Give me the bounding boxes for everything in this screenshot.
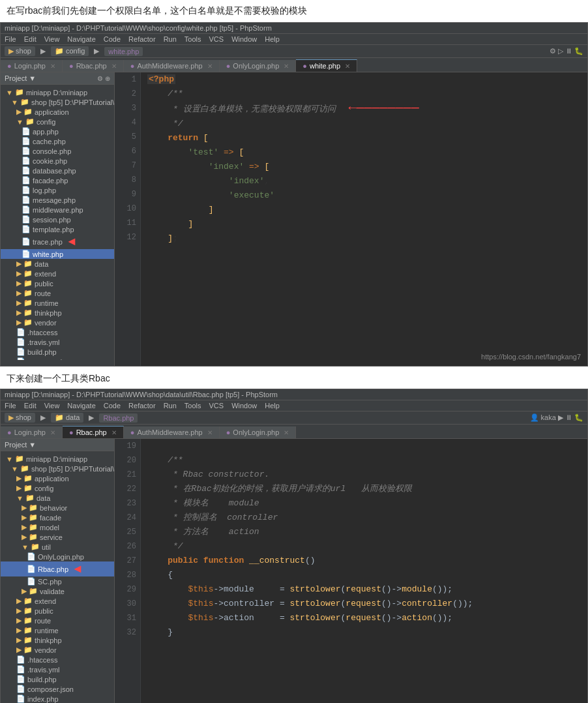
tree-template-php[interactable]: 📄 template.php — [1, 224, 114, 234]
tab-white-close[interactable]: ✕ — [345, 63, 350, 70]
ide1-menubar[interactable]: File Edit View Navigate Code Refactor Ru… — [1, 34, 587, 45]
tree2-miniapp[interactable]: ▼ 📁 miniapp D:\miniapp — [1, 454, 114, 464]
tree2-composer[interactable]: 📄 composer.json — [1, 684, 114, 694]
tab-rbacphp[interactable]: ● Rbac.php ✕ — [63, 60, 124, 72]
menu2-refactor[interactable]: Refactor — [128, 402, 156, 410]
tab-onlylogin[interactable]: ● OnlyLogin.php ✕ — [220, 60, 297, 72]
tree-log-php[interactable]: 📄 log.php — [1, 185, 114, 195]
tree2-htaccess[interactable]: 📄 .htaccess — [1, 655, 114, 665]
tree2-validate[interactable]: ▶ 📁 validate — [1, 586, 114, 596]
tree2-behavior[interactable]: ▶ 📁 behavior — [1, 503, 114, 513]
tree-trace-php[interactable]: 📄 trace.php ◄ — [1, 234, 114, 249]
toolbar-whitephp[interactable]: white.php — [104, 47, 143, 56]
tab-whitephp[interactable]: ● white.php ✕ — [296, 59, 357, 72]
menu-code[interactable]: Code — [104, 35, 121, 43]
tree-extend[interactable]: ▶ 📁 extend — [1, 269, 114, 278]
menu-run[interactable]: Run — [164, 35, 177, 43]
tree-config[interactable]: ▼ 📁 config — [1, 117, 114, 127]
tree-session-php[interactable]: 📄 session.php — [1, 215, 114, 224]
tree2-application[interactable]: ▶ 📁 application — [1, 473, 114, 483]
tree-console-php[interactable]: 📄 console.php — [1, 146, 114, 156]
toolbar2-rbacphp[interactable]: Rbac.php — [99, 413, 138, 423]
tab2-onlylogin[interactable]: ● OnlyLogin.php ✕ — [220, 426, 297, 438]
tab-auth-close[interactable]: ✕ — [207, 63, 213, 70]
tab2-rbacphp[interactable]: ● Rbac.php ✕ — [63, 426, 124, 438]
tree-composer-json[interactable]: 📄 composer.json — [1, 357, 114, 360]
tree2-facade[interactable]: ▶ 📁 facade — [1, 513, 114, 522]
tab2-login-close[interactable]: ✕ — [50, 429, 55, 436]
menu-file[interactable]: File — [5, 35, 16, 43]
tree2-build-php[interactable]: 📄 build.php — [1, 674, 114, 684]
menu2-run[interactable]: Run — [164, 402, 177, 410]
tree-thinkphp[interactable]: ▶ 📁 thinkphp — [1, 308, 114, 318]
menu2-help[interactable]: Help — [265, 402, 280, 410]
tab-loginphp-close[interactable]: ✕ — [50, 63, 55, 70]
menu2-window[interactable]: Window — [231, 402, 257, 410]
tree2-route[interactable]: ▶ 📁 route — [1, 616, 114, 625]
menu2-view[interactable]: View — [44, 402, 60, 410]
tab-onlylogin-close[interactable]: ✕ — [284, 63, 289, 70]
tree2-travis[interactable]: 📄 .travis.yml — [1, 665, 114, 674]
tab2-loginphp[interactable]: ● Login.php ✕ — [1, 426, 63, 438]
ide2-code[interactable]: 19 20 21 22 23 24 25 26 27 28 29 30 31 3… — [115, 439, 587, 703]
ide2-code-area[interactable]: /** * Rbac constructor. * 在Rbac初始化的时候，获取… — [141, 439, 587, 703]
tree2-config[interactable]: ▶ 📁 config — [1, 483, 114, 493]
menu-view[interactable]: View — [44, 35, 60, 43]
menu-edit[interactable]: Edit — [24, 35, 37, 43]
tree2-service[interactable]: ▶ 📁 service — [1, 532, 114, 542]
tree2-rbacphp[interactable]: 📄 Rbac.php ◄ — [1, 561, 114, 576]
tree2-extend[interactable]: ▶ 📁 extend — [1, 596, 114, 606]
tab-rbacphp-close[interactable]: ✕ — [111, 63, 117, 70]
tree-cache-php[interactable]: 📄 cache.php — [1, 136, 114, 146]
menu-window[interactable]: Window — [231, 35, 257, 43]
tree2-public[interactable]: ▶ 📁 public — [1, 606, 114, 616]
tab2-authmiddleware[interactable]: ● AuthMiddleware.php ✕ — [124, 426, 220, 438]
toolbar-config[interactable]: 📁 config — [51, 46, 89, 56]
toolbar-shop[interactable]: ▶ shop — [5, 46, 35, 56]
menu2-code[interactable]: Code — [104, 402, 121, 410]
menu-help[interactable]: Help — [265, 35, 280, 43]
tree2-model[interactable]: ▶ 📁 model — [1, 522, 114, 532]
menu2-vcs[interactable]: VCS — [209, 402, 224, 410]
tree-shop[interactable]: ▼ 📁 shop [tp5] D:\PHPTutorial\WWW\s — [1, 97, 114, 107]
tree2-shop[interactable]: ▼ 📁 shop [tp5] D:\PHPTutorial\WWW\ — [1, 464, 114, 473]
tree-white-php[interactable]: 📄 white.php — [1, 249, 114, 259]
tree-facade-php[interactable]: 📄 facade.php — [1, 175, 114, 185]
tree2-vendor[interactable]: ▶ 📁 vendor — [1, 645, 114, 655]
tree-travis[interactable]: 📄 .travis.yml — [1, 337, 114, 347]
tab2-auth-close[interactable]: ✕ — [207, 429, 213, 436]
tree2-runtime[interactable]: ▶ 📁 runtime — [1, 625, 114, 635]
tree-runtime[interactable]: ▶ 📁 runtime — [1, 298, 114, 308]
menu-tools[interactable]: Tools — [184, 35, 201, 43]
menu-navigate[interactable]: Navigate — [67, 35, 95, 43]
tab2-rbac-close[interactable]: ✕ — [111, 429, 117, 436]
menu2-navigate[interactable]: Navigate — [67, 402, 95, 410]
menu2-tools[interactable]: Tools — [184, 402, 201, 410]
tree2-data[interactable]: ▼ 📁 data — [1, 493, 114, 503]
tree-vendor[interactable]: ▶ 📁 vendor — [1, 318, 114, 327]
tree-database-php[interactable]: 📄 database.php — [1, 166, 114, 175]
tree2-scphp[interactable]: 📄 SC.php — [1, 576, 114, 586]
toolbar2-shop[interactable]: ▶ shop — [5, 413, 35, 423]
tab-authmiddleware[interactable]: ● AuthMiddleware.php ✕ — [124, 60, 220, 72]
menu2-edit[interactable]: Edit — [24, 402, 37, 410]
sidebar1-content[interactable]: ▼ 📁 miniapp D:\miniapp ▼ 📁 shop [tp5] D:… — [1, 85, 114, 360]
ide2-menubar[interactable]: File Edit View Navigate Code Refactor Ru… — [1, 400, 587, 411]
tree-cookie-php[interactable]: 📄 cookie.php — [1, 156, 114, 166]
tree2-index[interactable]: 📄 index.php — [1, 694, 114, 703]
tree-miniapp[interactable]: ▼ 📁 miniapp D:\miniapp — [1, 87, 114, 97]
tab2-only-close[interactable]: ✕ — [284, 429, 289, 436]
tree-app-php[interactable]: 📄 app.php — [1, 127, 114, 136]
toolbar2-data[interactable]: 📁 data — [51, 413, 83, 423]
tree-middleware-php[interactable]: 📄 middleware.php — [1, 205, 114, 215]
tree-htaccess[interactable]: 📄 .htaccess — [1, 327, 114, 337]
tree-data[interactable]: ▶ 📁 data — [1, 259, 114, 269]
ide1-code-area[interactable]: <?php /** * 设置白名单模块，无需校验权限都可访问←———————— … — [141, 72, 587, 366]
tree-application[interactable]: ▶ 📁 application — [1, 107, 114, 117]
tree-route[interactable]: ▶ 📁 route — [1, 288, 114, 298]
tree-public[interactable]: ▶ 📁 public — [1, 278, 114, 288]
tree-message-php[interactable]: 📄 message.php — [1, 195, 114, 205]
ide1-code[interactable]: 1 2 3 4 5 6 7 8 9 10 11 12 <?php /** — [115, 72, 587, 366]
tree2-onlylogin[interactable]: 📄 OnlyLogin.php — [1, 552, 114, 561]
tree-build-php[interactable]: 📄 build.php — [1, 347, 114, 357]
